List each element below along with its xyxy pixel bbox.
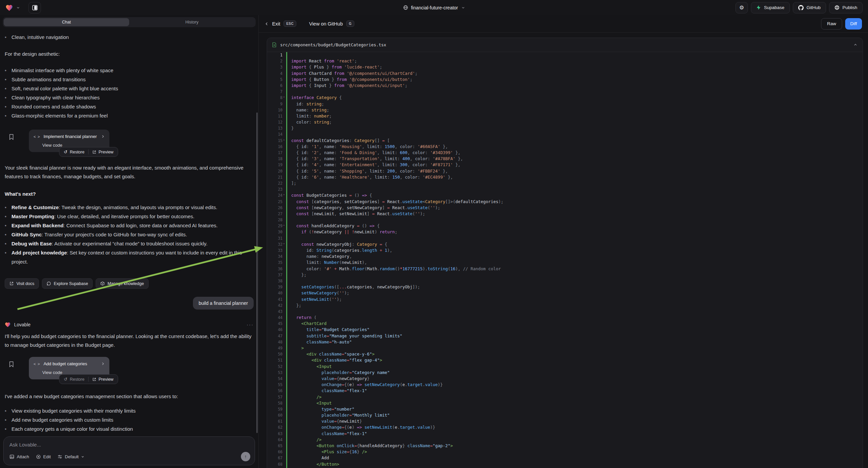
message-more-icon[interactable]: ··· — [247, 322, 254, 327]
chat-panel: Chat History •Clean, intuitive navigatio… — [0, 15, 259, 468]
code-icon: < > — [34, 362, 40, 366]
chat-input[interactable]: Ask Lovable... — [9, 442, 249, 447]
attach-image-icon — [9, 454, 14, 459]
github-icon — [798, 5, 804, 10]
external-link-icon — [9, 281, 14, 286]
line-number: 58 — [267, 400, 282, 406]
restore-icon: ↺ — [64, 377, 67, 382]
code-line: 58 <Input — [267, 400, 863, 406]
next-steps-list: •Refine & Customize: Tweak the design, a… — [5, 203, 254, 266]
line-number: 38 — [267, 278, 282, 284]
line-number: 48 — [267, 339, 282, 345]
line-number: 31 — [267, 235, 282, 241]
supabase-icon — [756, 5, 761, 10]
send-button[interactable]: ↑ — [241, 452, 250, 461]
line-number: 55 — [267, 382, 282, 388]
bookmark-icon[interactable] — [9, 361, 14, 367]
code-line: 50 <div className="space-y-6"> — [267, 351, 863, 357]
visit-docs-button[interactable]: Visit docs — [5, 278, 39, 289]
collapse-chevron-up-icon[interactable] — [853, 42, 858, 47]
code-line: 56 className="flex-1" — [267, 388, 863, 394]
code-line: 31 — [267, 235, 863, 241]
chat-message-list: •Clean, intuitive navigation For the des… — [0, 30, 258, 436]
code-line: 11 limit: number; — [267, 113, 863, 119]
raw-toggle-button[interactable]: Raw — [821, 18, 842, 30]
diff-toggle-button[interactable]: Diff — [845, 18, 862, 30]
code-line: 17 { id: '2', name: 'Food & Dining', lim… — [267, 150, 863, 156]
line-number: 4 — [267, 70, 282, 77]
line-number: 23 — [267, 186, 282, 193]
line-number: 39 — [267, 284, 282, 290]
edit-button[interactable]: Edit — [36, 454, 51, 459]
line-number: 43 — [267, 309, 282, 315]
code-line: 45 <ChartCard — [267, 321, 863, 327]
publish-button[interactable]: Publish — [829, 2, 863, 13]
list-item: •Expand with Backend: Connect Supabase t… — [5, 221, 254, 230]
added-text: I've added a new budget categories manag… — [5, 392, 254, 401]
version-actions-chip: ↺Restore Preview — [59, 147, 118, 157]
code-panel-header: Exit ESC View on GitHub G Raw Diff — [259, 15, 868, 33]
line-number: 62 — [267, 425, 282, 430]
code-line: 40 setNewCategory(''); — [267, 290, 863, 296]
line-number: 15 — [267, 138, 282, 144]
exit-button[interactable]: Exit ESC — [265, 21, 296, 27]
code-line: 10 name: string; — [267, 107, 863, 113]
tab-history[interactable]: History — [129, 18, 255, 26]
workspace-chevron-down-icon[interactable] — [16, 6, 20, 10]
github-button[interactable]: GitHub — [793, 2, 826, 13]
help-text: I'll help you add budget categories to t… — [5, 332, 254, 350]
sidebar-toggle-button[interactable] — [29, 2, 41, 13]
explore-supabase-button[interactable]: Explore Supabase — [42, 278, 93, 289]
chevron-left-icon — [265, 22, 269, 26]
code-line: 65 <Button onClick={handleAddCategory} c… — [267, 443, 863, 449]
settings-button[interactable]: ⚙ — [736, 2, 748, 13]
list-item: •View existing budget categories with th… — [5, 406, 254, 415]
file-header[interactable]: src/components/budget/BudgetCategories.t… — [267, 38, 863, 52]
chat-composer[interactable]: Ask Lovable... Attach Edit — [3, 436, 255, 465]
chevron-right-icon — [101, 135, 105, 138]
code-line: 57 /> — [267, 394, 863, 400]
restore-button[interactable]: ↺Restore — [64, 377, 85, 382]
topbar: financial-future-creator ⚙ Supabase GitH… — [0, 0, 868, 15]
line-number: 50 — [267, 351, 282, 357]
quick-actions-row: Visit docs Explore Supabase Manage knowl… — [5, 278, 254, 289]
line-number: 32 — [267, 241, 282, 247]
manage-knowledge-button[interactable]: Manage knowledge — [96, 278, 148, 289]
code-line: 66 <Plus size={16} /> — [267, 449, 863, 455]
project-switcher[interactable]: financial-future-creator — [403, 0, 465, 15]
line-number: 56 — [267, 388, 282, 394]
list-item: •Add new budget categories with custom l… — [5, 415, 254, 425]
mode-select[interactable]: Default — [57, 454, 85, 459]
line-number: 8 — [267, 95, 282, 101]
code-line: 51 <div className="flex gap-4"> — [267, 357, 863, 363]
code-line: 3import { Plus } from 'lucide-react'; — [267, 64, 863, 70]
list-item: •Add project knowledge: Set key context … — [5, 248, 254, 266]
preview-button[interactable]: Preview — [92, 150, 114, 154]
list-item: •Clean, intuitive navigation — [5, 33, 254, 41]
lovable-logo-icon[interactable] — [5, 4, 13, 11]
line-number: 35 — [267, 260, 282, 266]
tab-chat[interactable]: Chat — [4, 18, 129, 26]
line-number: 9 — [267, 101, 282, 107]
line-number: 46 — [267, 327, 282, 333]
code-viewer[interactable]: 12import React from 'react';3import { Pl… — [267, 52, 863, 468]
code-line: 41 setNewLimit(''); — [267, 296, 863, 302]
line-number: 42 — [267, 302, 282, 309]
external-link-icon — [92, 377, 96, 381]
line-number: 47 — [267, 333, 282, 339]
code-line: 12 color: string; — [267, 119, 863, 125]
code-line: 29ˇ const handleAddCategory = () => { — [267, 223, 863, 229]
restore-button[interactable]: ↺Restore — [64, 149, 85, 154]
chat-scrollbar[interactable] — [256, 113, 258, 433]
code-line: 42 }; — [267, 302, 863, 309]
preview-button[interactable]: Preview — [92, 377, 114, 382]
bookmark-icon[interactable] — [9, 134, 14, 140]
code-line: 1 — [267, 52, 863, 58]
version-actions-chip: ↺Restore Preview — [59, 374, 118, 384]
line-number: 24 — [267, 193, 282, 198]
version-card-title: Implement financial planner — [43, 134, 97, 139]
view-on-github-button[interactable]: View on GitHub G — [309, 21, 354, 27]
attach-button[interactable]: Attach — [9, 454, 29, 459]
supabase-button[interactable]: Supabase — [751, 2, 790, 13]
code-line: 9 id: string; — [267, 101, 863, 107]
